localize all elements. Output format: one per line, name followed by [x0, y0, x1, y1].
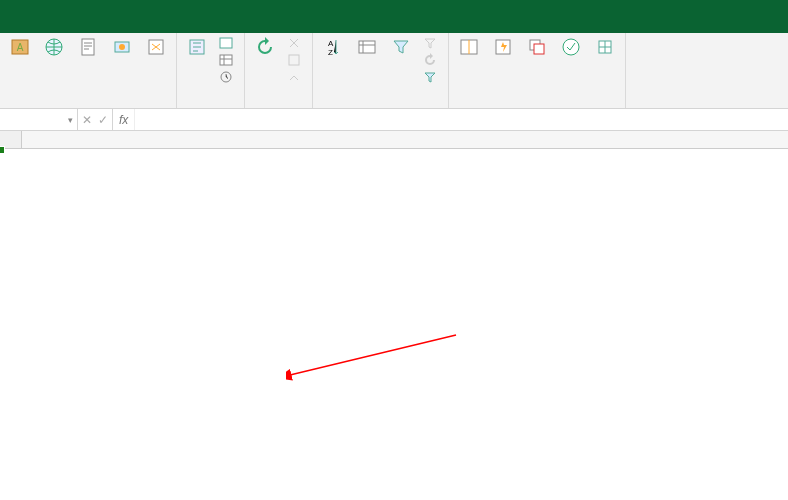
selection-rectangle [0, 149, 4, 153]
worksheet[interactable] [0, 131, 788, 149]
from-access-button[interactable]: A [6, 35, 34, 61]
ribbon-tabs [0, 7, 788, 33]
from-table-button[interactable] [217, 52, 238, 68]
recent-icon [219, 70, 233, 84]
clear-filter-button[interactable] [421, 35, 442, 51]
consolidate-button[interactable] [591, 35, 619, 61]
reapply-button[interactable] [421, 52, 442, 68]
svg-line-21 [290, 335, 456, 375]
connections-icon [287, 36, 301, 50]
validation-icon [561, 37, 581, 57]
group-external-data: A [0, 33, 177, 108]
from-text-button[interactable] [74, 35, 102, 61]
globe-icon [44, 37, 64, 57]
flash-fill-button[interactable] [489, 35, 517, 61]
group-get-transform [177, 33, 245, 108]
remove-dup-button[interactable] [523, 35, 551, 61]
edit-links-button[interactable] [285, 69, 306, 85]
existing-conn-icon [146, 37, 166, 57]
formula-buttons: ✕ ✓ [78, 109, 113, 130]
refresh-all-button[interactable] [251, 35, 279, 61]
svg-text:Z: Z [328, 48, 333, 57]
new-query-button[interactable] [183, 35, 211, 61]
existing-conn-button[interactable] [142, 35, 170, 61]
sort-icon [357, 37, 377, 57]
from-table-icon [219, 53, 233, 67]
title-bar [0, 0, 788, 7]
svg-rect-3 [82, 39, 94, 55]
connections-button[interactable] [285, 35, 306, 51]
group-data-tools [449, 33, 626, 108]
properties-button[interactable] [285, 52, 306, 68]
formula-bar-row: ✕ ✓ fx [0, 109, 788, 131]
column-headers[interactable] [22, 131, 788, 149]
consolidate-icon [595, 37, 615, 57]
svg-rect-18 [534, 44, 544, 54]
recent-sources-button[interactable] [217, 69, 238, 85]
show-queries-icon [219, 36, 233, 50]
fx-icon[interactable]: fx [113, 109, 135, 130]
name-box[interactable] [0, 109, 78, 130]
text-file-icon [78, 37, 98, 57]
group-label [251, 105, 306, 108]
svg-point-19 [563, 39, 579, 55]
new-query-icon [187, 37, 207, 57]
advanced-icon [423, 70, 437, 84]
formula-bar[interactable] [135, 109, 788, 130]
sort-button[interactable] [353, 35, 381, 61]
svg-text:A: A [328, 39, 334, 48]
flash-fill-icon [493, 37, 513, 57]
properties-icon [287, 53, 301, 67]
enter-icon[interactable]: ✓ [98, 113, 108, 127]
advanced-button[interactable] [421, 69, 442, 85]
group-sort-filter: AZ [313, 33, 449, 108]
group-label [183, 105, 238, 108]
refresh-icon [255, 37, 275, 57]
filter-icon [391, 37, 411, 57]
cancel-icon[interactable]: ✕ [82, 113, 92, 127]
svg-rect-14 [359, 41, 375, 53]
access-icon: A [10, 37, 30, 57]
reapply-icon [423, 53, 437, 67]
ribbon: A AZ [0, 33, 788, 109]
annotation-arrow [286, 327, 466, 387]
select-all-corner[interactable] [0, 131, 22, 149]
show-queries-button[interactable] [217, 35, 238, 51]
sort-az-button[interactable]: AZ [319, 35, 347, 59]
clear-icon [423, 36, 437, 50]
svg-rect-11 [289, 55, 299, 65]
svg-point-5 [119, 44, 125, 50]
svg-rect-9 [220, 55, 232, 65]
svg-rect-8 [220, 38, 232, 48]
edit-links-icon [287, 70, 301, 84]
dedup-icon [527, 37, 547, 57]
other-source-icon [112, 37, 132, 57]
from-other-button[interactable] [108, 35, 136, 61]
from-web-button[interactable] [40, 35, 68, 61]
group-label [319, 105, 442, 108]
group-label [455, 105, 619, 108]
data-validation-button[interactable] [557, 35, 585, 61]
group-connections [245, 33, 313, 108]
split-icon [459, 37, 479, 57]
group-label [6, 105, 170, 108]
sort-az-icon: AZ [323, 37, 343, 57]
filter-button[interactable] [387, 35, 415, 61]
svg-text:A: A [17, 42, 24, 53]
text-to-columns-button[interactable] [455, 35, 483, 61]
